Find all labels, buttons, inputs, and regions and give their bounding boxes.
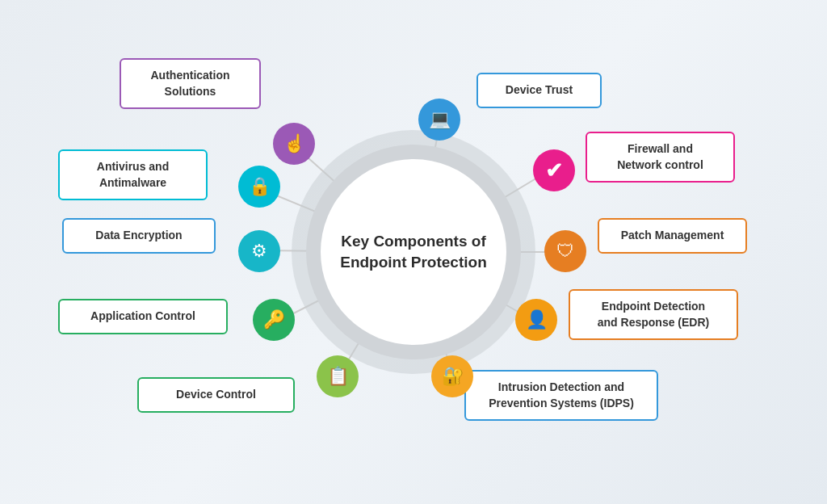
center-title: Key Components of Endpoint Protection [337,231,490,272]
label-device-control: Device Control [137,377,295,413]
icon-firewall: ✔ [533,149,575,191]
icon-patch-management: 🛡 [544,230,586,272]
icon-authentication: ☝ [273,123,315,165]
label-application-control: Application Control [58,299,228,334]
icon-application-control: 🔑 [253,299,295,341]
diagram-container: Key Components of Endpoint Protection ☝ … [0,0,827,504]
center-circle: Key Components of Endpoint Protection [321,159,506,345]
label-data-encryption: Data Encryption [62,218,216,254]
icon-idps: 🔐 [431,355,473,397]
label-antivirus: Antivirus andAntimalware [58,149,208,200]
label-authentication: AuthenticationSolutions [120,58,261,109]
label-idps: Intrusion Detection andPrevention System… [464,370,658,421]
label-firewall: Firewall andNetwork control [586,132,735,183]
label-patch-management: Patch Management [598,218,747,254]
label-edr: Endpoint Detectionand Response (EDR) [569,289,738,340]
icon-data-encryption: ⚙ [238,230,280,272]
icon-antivirus: 🔒 [238,166,280,208]
label-device-trust: Device Trust [476,73,602,108]
icon-edr: 👤 [515,299,557,341]
icon-device-control: 📋 [317,355,359,397]
icon-device-trust: 💻 [418,99,460,141]
